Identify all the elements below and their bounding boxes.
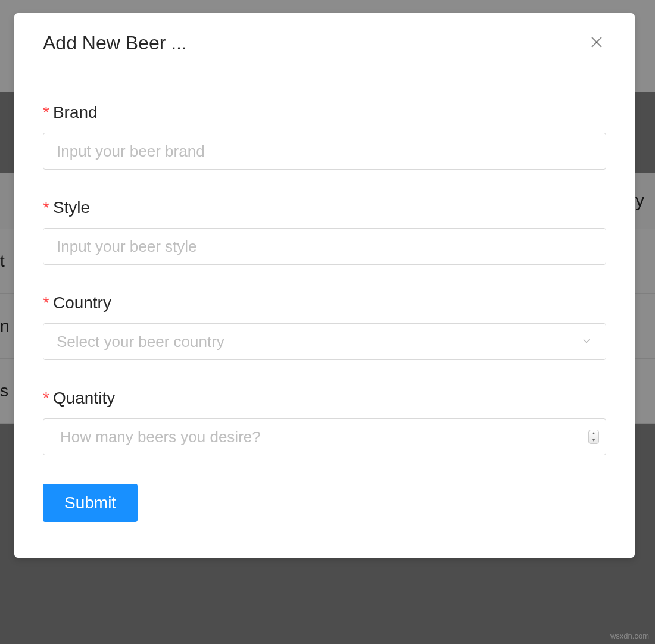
brand-label: *Brand bbox=[43, 103, 606, 122]
quantity-input[interactable] bbox=[43, 418, 606, 455]
required-mark: * bbox=[43, 389, 49, 407]
form-item-brand: *Brand bbox=[43, 103, 606, 170]
country-placeholder: Select your beer country bbox=[57, 333, 224, 351]
add-beer-modal: Add New Beer ... *Brand *Style *Country … bbox=[14, 13, 635, 558]
quantity-label: *Quantity bbox=[43, 389, 606, 408]
watermark: wsxdn.com bbox=[610, 632, 649, 640]
required-mark: * bbox=[43, 198, 49, 217]
country-select[interactable]: Select your beer country bbox=[43, 323, 606, 360]
quantity-label-text: Quantity bbox=[53, 389, 115, 407]
chevron-down-icon bbox=[581, 333, 592, 351]
modal-header: Add New Beer ... bbox=[14, 13, 635, 73]
submit-button[interactable]: Submit bbox=[43, 484, 138, 522]
brand-label-text: Brand bbox=[53, 103, 98, 121]
modal-body: *Brand *Style *Country Select your beer … bbox=[14, 73, 635, 558]
form-item-style: *Style bbox=[43, 198, 606, 265]
style-label-text: Style bbox=[53, 198, 90, 217]
required-mark: * bbox=[43, 293, 49, 312]
style-input[interactable] bbox=[43, 228, 606, 265]
country-label: *Country bbox=[43, 293, 606, 312]
modal-title: Add New Beer ... bbox=[43, 32, 187, 54]
style-label: *Style bbox=[43, 198, 606, 217]
form-item-quantity: *Quantity ▴ ▾ bbox=[43, 389, 606, 455]
quantity-stepper[interactable]: ▴ ▾ bbox=[588, 430, 599, 444]
brand-input[interactable] bbox=[43, 133, 606, 170]
required-mark: * bbox=[43, 103, 49, 121]
close-icon[interactable] bbox=[587, 31, 606, 55]
form-item-country: *Country Select your beer country bbox=[43, 293, 606, 360]
stepper-down-icon[interactable]: ▾ bbox=[589, 437, 598, 444]
stepper-up-icon[interactable]: ▴ bbox=[589, 430, 598, 437]
country-label-text: Country bbox=[53, 293, 111, 312]
